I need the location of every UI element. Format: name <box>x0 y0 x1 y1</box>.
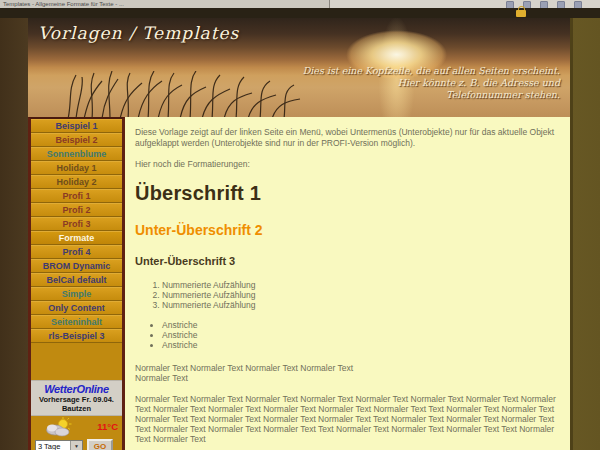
sidebar-item-only-content[interactable]: Only Content <box>31 301 122 315</box>
forecast-range-select[interactable]: 3 Tage ▼ <box>35 440 83 450</box>
forecast-range-value: 3 Tage <box>36 441 70 450</box>
weather-widget: WetterOnline Vorhersage Fr. 09.04. Bautz… <box>31 380 122 450</box>
site-container: Vorlagen / Templates Dies ist eine Kopfz… <box>28 18 573 450</box>
intro-paragraph: Diese Vorlage zeigt auf der linken Seite… <box>135 127 556 148</box>
header-tagline-line: Telefonnummer stehen. <box>303 89 560 101</box>
chevron-down-icon[interactable]: ▼ <box>70 441 82 450</box>
normal-text-paragraph: Normaler Text Normaler Text Normaler Tex… <box>135 363 556 383</box>
normal-text-paragraph-long: Normaler Text Normaler Text Normaler Tex… <box>135 394 556 444</box>
beach-grass-silhouette <box>58 71 318 117</box>
ordered-list: Nummerierte AufzählungNummerierte Aufzäh… <box>162 280 556 310</box>
sidebar-item-beispiel-1[interactable]: Beispiel 1 <box>31 119 122 133</box>
main-content: Diese Vorlage zeigt auf der linken Seite… <box>125 117 570 450</box>
weather-city: Bautzen <box>31 404 122 413</box>
browser-chrome: Templates - Allgemeine Formate für Texte… <box>0 0 600 8</box>
heading-1: Überschrift 1 <box>135 182 556 205</box>
header-tagline-line: Hier könnte z. B. die Adresse und <box>303 77 560 89</box>
bullet-list-item: Anstriche <box>162 330 556 340</box>
page-title: Vorlagen / Templates <box>38 23 239 43</box>
header-banner: Vorlagen / Templates Dies ist eine Kopfz… <box>28 18 570 117</box>
sidebar-menu: Beispiel 1Beispiel 2SonnenblumeHoliday 1… <box>31 119 122 343</box>
sidebar-item-holiday-1[interactable]: Holiday 1 <box>31 161 122 175</box>
sidebar-item-simple[interactable]: Simple <box>31 287 122 301</box>
sidebar-item-profi-4[interactable]: Profi 4 <box>31 245 122 259</box>
sidebar-item-holiday-2[interactable]: Holiday 2 <box>31 175 122 189</box>
intro-paragraph-2: Hier noch die Formatierungen: <box>135 159 556 169</box>
sidebar-item-profi-3[interactable]: Profi 3 <box>31 217 122 231</box>
sidebar-item-profi-2[interactable]: Profi 2 <box>31 203 122 217</box>
sidebar-item-formate[interactable]: Formate <box>31 231 122 245</box>
header-tagline: Dies ist eine Kopfzeile, die auf allen S… <box>303 65 560 101</box>
ordered-list-item: Nummerierte Aufzählung <box>162 290 556 300</box>
window-top-band <box>0 8 600 18</box>
heading-2: Unter-Überschrift 2 <box>135 222 556 238</box>
weather-panel: WetterOnline Vorhersage Fr. 09.04. Bautz… <box>31 380 122 416</box>
ordered-list-item: Nummerierte Aufzählung <box>162 280 556 290</box>
partly-cloudy-icon <box>43 417 73 437</box>
ordered-list-item: Nummerierte Aufzählung <box>162 300 556 310</box>
weather-forecast-line: Vorhersage Fr. 09.04. <box>31 395 122 404</box>
normal-text-line: Normaler Text Normaler Text Normaler Tex… <box>135 363 353 373</box>
sidebar-item-rls-beispiel-3[interactable]: rls-Beispiel 3 <box>31 329 122 343</box>
header-tagline-line: Dies ist eine Kopfzeile, die auf allen S… <box>303 65 560 77</box>
sidebar-item-seiteninhalt[interactable]: Seiteninhalt <box>31 315 122 329</box>
weather-current: 11°C <box>31 416 122 438</box>
lock-icon <box>516 9 526 17</box>
sidebar-item-beispiel-2[interactable]: Beispiel 2 <box>31 133 122 147</box>
sidebar-item-belcal-default[interactable]: BelCal default <box>31 273 122 287</box>
sidebar-item-sonnenblume[interactable]: Sonnenblume <box>31 147 122 161</box>
weather-controls: 3 Tage ▼ GO <box>31 438 122 450</box>
sidebar-item-brom-dynamic[interactable]: BROM Dynamic <box>31 259 122 273</box>
normal-text-line: Normaler Text <box>135 373 188 383</box>
bullet-list-item: Anstriche <box>162 320 556 330</box>
sidebar-item-profi-1[interactable]: Profi 1 <box>31 189 122 203</box>
go-button[interactable]: GO <box>87 439 113 450</box>
browser-tab[interactable]: Templates - Allgemeine Formate für Texte… <box>0 0 330 8</box>
bullet-list: AnstricheAnstricheAnstriche <box>162 320 556 350</box>
sidebar: Beispiel 1Beispiel 2SonnenblumeHoliday 1… <box>28 117 125 450</box>
temperature-value: 11°C <box>97 421 118 432</box>
bullet-list-item: Anstriche <box>162 340 556 350</box>
heading-3: Unter-Überschrift 3 <box>135 255 556 267</box>
wetteronline-logo[interactable]: WetterOnline <box>31 383 122 395</box>
